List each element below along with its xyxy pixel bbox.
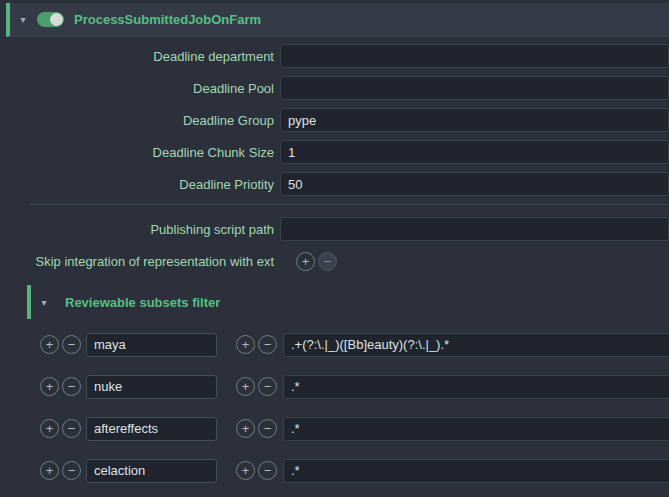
deadline-department-input[interactable] xyxy=(280,44,669,68)
filter-row-nuke: + − + − xyxy=(40,374,669,399)
field-label: Deadline Priotity xyxy=(0,177,280,192)
minus-icon: − xyxy=(324,255,332,268)
add-item-button[interactable]: + xyxy=(236,461,255,480)
field-label: Deadline Group xyxy=(0,113,280,128)
add-item-button[interactable]: + xyxy=(40,461,59,480)
add-item-button[interactable]: + xyxy=(236,335,255,354)
minus-icon: − xyxy=(68,464,76,477)
field-label: Deadline Chunk Size xyxy=(0,145,280,160)
field-row-deadline-pool: Deadline Pool xyxy=(0,76,669,100)
minus-icon: − xyxy=(264,422,272,435)
key-buttons: + − xyxy=(40,419,81,438)
filter-row-maya: + − + − xyxy=(40,332,669,357)
remove-item-button[interactable]: − xyxy=(62,419,81,438)
section-title: Reviewable subsets filter xyxy=(65,295,220,310)
field-row-skip-integration: Skip integration of representation with … xyxy=(0,249,669,273)
add-item-button[interactable]: + xyxy=(296,252,315,271)
filter-regex-input[interactable] xyxy=(283,459,669,483)
deadline-chunk-size-input[interactable] xyxy=(280,140,669,164)
remove-item-button[interactable]: − xyxy=(62,461,81,480)
publishing-script-path-input[interactable] xyxy=(280,217,669,241)
minus-icon: − xyxy=(264,464,272,477)
settings-form: Deadline department Deadline Pool Deadli… xyxy=(0,37,669,483)
filter-key-input[interactable] xyxy=(86,333,217,357)
remove-item-button[interactable]: − xyxy=(258,419,277,438)
plus-icon: + xyxy=(242,422,250,435)
field-row-deadline-priority: Deadline Priotity xyxy=(0,172,669,196)
minus-icon: − xyxy=(68,422,76,435)
plus-icon: + xyxy=(242,338,250,351)
add-item-button[interactable]: + xyxy=(40,335,59,354)
key-buttons: + − xyxy=(40,461,81,480)
remove-item-button[interactable]: − xyxy=(258,377,277,396)
filter-key-input[interactable] xyxy=(86,375,217,399)
filter-key-input[interactable] xyxy=(86,417,217,441)
field-label: Deadline department xyxy=(0,49,280,64)
settings-panel: ▾ ProcessSubmittedJobOnFarm Deadline dep… xyxy=(0,0,669,497)
deadline-priority-input[interactable] xyxy=(280,172,669,196)
filter-row-celaction: + − + − xyxy=(40,458,669,483)
key-buttons: + − xyxy=(40,335,81,354)
filter-regex-input[interactable] xyxy=(283,333,669,357)
filter-regex-input[interactable] xyxy=(283,375,669,399)
minus-icon: − xyxy=(264,338,272,351)
minus-icon: − xyxy=(264,380,272,393)
plugin-header: ▾ ProcessSubmittedJobOnFarm xyxy=(6,3,669,37)
plus-icon: + xyxy=(46,380,54,393)
plus-icon: + xyxy=(242,464,250,477)
value-buttons: + − xyxy=(236,377,277,396)
add-item-button[interactable]: + xyxy=(236,377,255,396)
add-item-button[interactable]: + xyxy=(40,377,59,396)
value-buttons: + − xyxy=(236,335,277,354)
remove-item-button[interactable]: − xyxy=(258,335,277,354)
plus-icon: + xyxy=(302,255,310,268)
field-row-deadline-group: Deadline Group xyxy=(0,108,669,132)
enabled-toggle[interactable] xyxy=(37,12,64,27)
field-row-deadline-department: Deadline department xyxy=(0,44,669,68)
field-label: Publishing script path xyxy=(0,222,280,237)
minus-icon: − xyxy=(68,338,76,351)
remove-item-button[interactable]: − xyxy=(62,335,81,354)
field-label: Skip integration of representation with … xyxy=(0,254,280,269)
minus-icon: − xyxy=(68,380,76,393)
collapse-arrow-icon[interactable]: ▾ xyxy=(36,297,52,308)
remove-item-button[interactable]: − xyxy=(62,377,81,396)
field-label: Deadline Pool xyxy=(0,81,280,96)
key-buttons: + − xyxy=(40,377,81,396)
field-row-deadline-chunk-size: Deadline Chunk Size xyxy=(0,140,669,164)
section-header-reviewable-subsets-filter: ▾ Reviewable subsets filter xyxy=(27,285,669,319)
divider xyxy=(30,204,669,205)
add-item-button[interactable]: + xyxy=(40,419,59,438)
filter-row-aftereffects: + − + − xyxy=(40,416,669,441)
plugin-title: ProcessSubmittedJobOnFarm xyxy=(74,12,261,27)
collapse-arrow-icon[interactable]: ▾ xyxy=(15,14,31,25)
deadline-pool-input[interactable] xyxy=(280,76,669,100)
plus-icon: + xyxy=(46,464,54,477)
filter-key-input[interactable] xyxy=(86,459,217,483)
field-row-publishing-script-path: Publishing script path xyxy=(0,217,669,241)
plus-icon: + xyxy=(46,338,54,351)
toggle-knob xyxy=(50,13,63,26)
plus-icon: + xyxy=(242,380,250,393)
filter-regex-input[interactable] xyxy=(283,417,669,441)
deadline-group-input[interactable] xyxy=(280,108,669,132)
value-buttons: + − xyxy=(236,461,277,480)
skip-integration-buttons: + − xyxy=(296,252,337,271)
add-item-button[interactable]: + xyxy=(236,419,255,438)
plus-icon: + xyxy=(46,422,54,435)
remove-item-button[interactable]: − xyxy=(258,461,277,480)
remove-item-button: − xyxy=(318,252,337,271)
value-buttons: + − xyxy=(236,419,277,438)
